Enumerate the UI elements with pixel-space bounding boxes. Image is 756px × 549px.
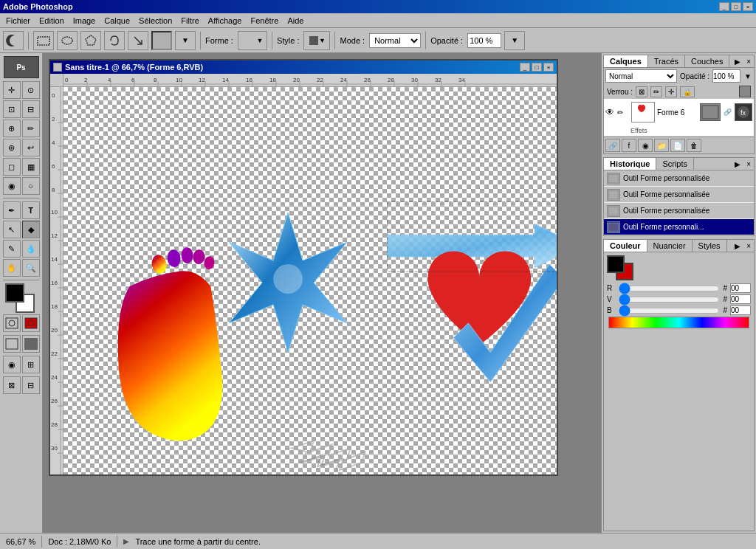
tab-couleur[interactable]: Couleur [604,240,647,252]
color-close-btn[interactable]: × [743,241,754,252]
history-close-btn[interactable]: × [743,159,754,170]
canvas-minimize[interactable]: _ [520,63,530,72]
history-item-4[interactable]: Outil Forme personnali... [604,219,754,235]
history-item-2[interactable]: Outil Forme personnalisée [604,187,754,203]
layer-link-btn[interactable]: 🔗 [605,139,620,152]
stamp-tool[interactable]: ⊛ [3,139,21,156]
minimize-button[interactable]: _ [719,2,729,11]
text-tool[interactable]: T [22,201,40,219]
quick-mask-on[interactable] [22,314,40,332]
layer-mask-btn[interactable]: ◉ [638,139,653,152]
tool-icon[interactable] [3,31,24,50]
tab-styles[interactable]: Styles [693,240,727,252]
zoom-tool[interactable]: 🔍 [22,259,40,277]
window-controls[interactable]: _ □ × [719,2,753,11]
extra-btn-4[interactable]: ⊟ [22,376,40,394]
color-gradient-bar[interactable] [608,317,749,328]
rect-marquee-tool[interactable] [33,31,54,50]
menu-affichage[interactable]: Affichage [204,15,247,27]
forme-select-btn[interactable]: ▼ [238,31,267,50]
blend-mode-select[interactable]: Normal [605,69,677,83]
color-menu-btn[interactable]: ▶ [732,241,743,252]
history-item-1[interactable]: Outil Forme personnalisée [604,170,754,187]
polygon-marquee-tool[interactable] [80,31,101,50]
lock-pixels-btn[interactable]: ✏ [650,86,662,97]
foreground-color[interactable] [5,283,24,303]
g-slider[interactable] [619,297,720,303]
move-tool[interactable]: ✛ [3,81,21,99]
opacity-dropdown[interactable]: ▼ [504,31,525,50]
lock-position-btn[interactable]: ✛ [665,86,677,97]
menu-filtre[interactable]: Filtre [176,15,203,27]
crop-tool[interactable]: ⊡ [3,100,21,118]
tab-scripts[interactable]: Scripts [656,158,694,170]
menu-image[interactable]: Image [69,15,100,27]
slice-tool[interactable]: ⊟ [22,100,40,118]
brush-tool[interactable]: ✏ [22,120,40,137]
b-slider[interactable] [619,308,720,314]
lasso-tool[interactable] [104,31,125,50]
close-button[interactable]: × [743,2,753,11]
menu-aide[interactable]: Aide [283,15,308,27]
notes-tool[interactable]: ✎ [3,240,21,258]
tab-calques[interactable]: Calques [604,55,648,67]
g-value[interactable] [730,294,751,304]
style-select-btn[interactable]: ▼ [303,31,330,50]
layer-row-1[interactable]: 👁 ✏ Forme 6 [604,99,754,137]
extra-btn-1[interactable]: ◉ [3,356,21,373]
tab-couches[interactable]: Couches [685,55,729,67]
menu-edition[interactable]: Edition [35,15,69,27]
arrow-tool[interactable] [128,31,148,50]
lock-all-btn[interactable]: 🔒 [680,86,695,97]
dodge-tool[interactable]: ○ [22,177,40,195]
path-select-tool[interactable]: ↖ [3,221,21,238]
gradient-tool[interactable]: ▦ [22,158,40,176]
fg-swatch[interactable] [607,255,625,273]
canvas-maximize[interactable]: □ [532,63,542,72]
custom-shape-tool[interactable] [151,31,172,50]
layer-delete-btn[interactable]: 🗑 [687,139,701,152]
heal-tool[interactable]: ⊕ [3,120,21,137]
eyedropper-tool[interactable]: 💧 [22,240,40,258]
menu-calque[interactable]: Calque [100,15,134,27]
canvas-window-controls[interactable]: _ □ × [520,63,554,72]
layer-new-btn[interactable]: 📄 [670,139,685,152]
tab-nuancier[interactable]: Nuancier [647,240,693,252]
lock-transparent-btn[interactable]: ⊠ [636,86,647,97]
color-selector[interactable] [5,283,38,311]
shape-dropdown[interactable]: ▼ [175,31,196,50]
canvas-close[interactable]: × [543,63,554,72]
menu-selection[interactable]: Sélection [134,15,176,27]
screen-mode-full[interactable] [22,335,40,353]
blur-tool[interactable]: ◉ [3,177,21,195]
magic-wand-tool[interactable]: ⊙ [22,81,40,99]
tab-historique[interactable]: Historique [604,158,656,170]
r-slider[interactable] [619,286,720,291]
opacity-input-layers[interactable] [712,69,740,83]
history-menu-btn[interactable]: ▶ [732,159,743,170]
shape-tool[interactable]: ◆ [22,221,40,238]
layer-style-btn[interactable]: f [622,139,636,152]
menu-fenetre[interactable]: Fenêtre [246,15,283,27]
pen-tool[interactable]: ✒ [3,201,21,219]
hand-tool[interactable]: ✋ [3,259,21,277]
maximize-button[interactable]: □ [731,2,741,11]
history-item-3[interactable]: Outil Forme personnalisée [604,203,754,219]
extra-btn-3[interactable]: ⊠ [3,376,21,394]
opacity-dropdown-layers[interactable]: ▼ [743,72,752,81]
mode-select[interactable]: Normal [369,33,421,48]
history-brush-tool[interactable]: ↩ [22,139,40,156]
eraser-tool[interactable]: ◻ [3,158,21,176]
drawing-area[interactable] [63,87,557,474]
ellipse-marquee-tool[interactable] [57,31,78,50]
layer-group-btn[interactable]: 📁 [654,139,669,152]
extra-btn-2[interactable]: ⊞ [22,356,40,373]
layer-visibility-btn[interactable]: 👁 [605,107,617,117]
canvas-menu-btn[interactable] [53,63,62,72]
screen-mode-standard[interactable] [3,335,21,353]
r-value[interactable] [730,283,751,293]
menu-fichier[interactable]: Fichier [1,15,35,27]
tab-traces[interactable]: Tracés [648,55,685,67]
opacity-input[interactable] [467,33,501,48]
layers-close-btn[interactable]: × [743,56,754,67]
